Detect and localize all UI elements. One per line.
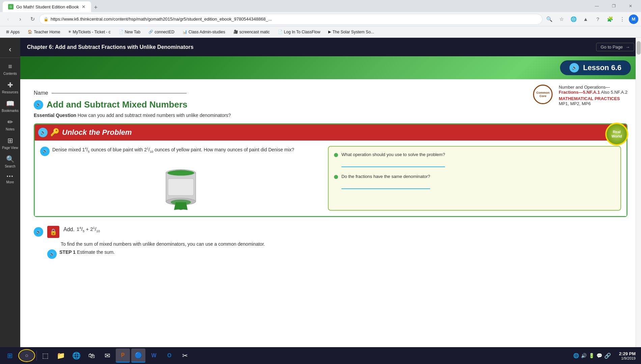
scrollbar[interactable] [636,38,641,347]
translate-icon[interactable]: 🌐 [568,14,579,25]
sidebar-more-label: More [6,180,14,184]
essential-q-label: Essential Question [34,113,76,118]
key-icon: 🔑 [50,128,59,137]
bookmark-classflow[interactable]: 📄 Log In To ClassFlow [276,29,323,35]
tab-close-button[interactable]: ✕ [82,4,86,9]
profile-button[interactable]: M [629,14,638,24]
clock[interactable]: 2:29 PM 1/9/2019 [616,351,638,360]
taskbar-store-button[interactable]: 🛍 [85,348,99,363]
bookmark-classadmin[interactable]: 📊 Class Admin-studies [180,29,227,35]
unlock-sound-button[interactable]: 🔊 [38,128,48,137]
bookmarks-bar: ⊞ Apps 🏠 Teacher Home ✳ MyTickets - Tick… [0,26,641,38]
sidebar-item-more[interactable]: ••• More [0,171,20,187]
taskbar-snip-button[interactable]: ✂ [178,348,192,363]
navigation-bar: ‹ › ↻ 🔒 https://www.k6.thinkcentral.com/… [0,12,641,26]
add-row: 🔊 🔒 Add. 14/5 + 21/10 [34,226,628,238]
math-practices-label: MATHEMATICAL PRACTICES [559,96,628,101]
notes-icon: ✏ [7,118,13,126]
step1-row: 🔊 STEP 1 Estimate the sum. [47,249,628,259]
edge-icon: 🌐 [72,352,81,360]
network-icon[interactable]: 🌐 [573,353,579,358]
to-find-text: To find the sum of mixed numbers with un… [61,241,628,247]
help-icon[interactable]: ? [592,14,603,25]
new-tab-button[interactable]: + [91,3,101,12]
sidebar-item-bookmarks[interactable]: 📖 Bookmarks [0,97,20,115]
answer-line-1 [341,160,445,167]
bookmark-solar[interactable]: ▶ The Solar System So... [326,29,376,35]
taskbar-mail-button[interactable]: ✉ [100,348,114,363]
taskbar-outlook-button[interactable]: O [162,348,176,363]
taskbar-edge-button[interactable]: 🌐 [69,348,83,363]
standards-box: Common Core Number and Operations— Fract… [533,85,628,106]
ebook-sidebar: ‹ ≡ Contents ✚ Resources 📖 Bookmarks ✏ N… [0,38,20,347]
sidebar-item-page-view[interactable]: ⊞ Page View [0,134,20,152]
bookmark-star-icon[interactable]: ☆ [556,14,567,25]
problem-sound-button[interactable]: 🔊 [40,147,50,156]
bookmark-solar-label: The Solar System So... [332,30,374,34]
contents-icon: ≡ [8,63,12,70]
question-item-1: What operation should you use to solve t… [334,152,615,167]
taskbar-chrome-button[interactable]: 🔵 [131,348,145,363]
bookmark-teacher-home[interactable]: 🏠 Teacher Home [26,29,62,35]
go-to-page-button[interactable]: Go to Page → [596,43,634,51]
unlock-header: 🔊 🔑 Unlock the Problem Real World [35,124,626,141]
question-2-text: Do the fractions have the same denominat… [341,174,430,179]
bookmark-classadmin-label: Class Admin-studies [189,30,225,34]
sidebar-item-resources[interactable]: ✚ Resources [0,78,20,97]
taskbar-powerpoint-button[interactable]: P [116,348,130,363]
sidebar-item-notes[interactable]: ✏ Notes [0,115,20,134]
address-bar[interactable]: 🔒 https://www.k6.thinkcentral.com/conten… [39,14,542,25]
taskbar-word-button[interactable]: W [147,348,161,363]
drive-icon[interactable]: ▲ [580,14,591,25]
bookmark-mytickets[interactable]: ✳ MyTickets - Ticket - c [66,29,112,35]
cortana-search-button[interactable]: ○ [18,349,35,362]
extensions-icon[interactable]: 🧩 [605,14,615,25]
search-icon[interactable]: 🔍 [544,14,555,25]
connected-icon: 🔗 [148,30,153,34]
more-options-icon[interactable]: ⋮ [617,14,628,25]
screencast-icon: 🎥 [233,30,238,34]
battery-icon[interactable]: 🔋 [589,353,594,358]
bookmark-connected[interactable]: 🔗 connectED [146,29,176,35]
refresh-button[interactable]: ↻ [27,14,38,25]
forward-button[interactable]: › [15,14,26,25]
back-button[interactable]: ‹ [3,14,13,25]
bookmark-apps[interactable]: ⊞ Apps [4,29,22,35]
title-sound-button[interactable]: 🔊 [34,100,43,110]
lesson-sound-button[interactable]: 🔊 [569,63,579,72]
sidebar-item-search[interactable]: 🔍 Search [0,152,20,171]
bookmark-screencast[interactable]: 🎥 screencast matic [231,29,272,35]
name-row: Name [34,90,526,96]
taskbar-task-view-button[interactable]: ⬚ [38,348,52,363]
real-world-badge: Real World [605,123,628,146]
bookmark-connected-label: connectED [155,30,174,34]
clock-time: 2:29 PM [619,351,636,356]
sidebar-item-contents[interactable]: ≡ Contents [0,60,20,78]
mail-icon: ✉ [105,352,110,360]
real-world-line1: Real [613,130,620,134]
title-bar: G Go Math! Student Edition eBook ✕ + — ❐… [0,0,641,12]
minimize-button[interactable]: — [589,1,605,11]
unlock-section: 🔊 🔑 Unlock the Problem Real World [34,123,628,217]
sidebar-back-button[interactable]: ‹ [0,41,20,58]
start-button[interactable]: ⊞ [3,348,17,363]
taskbar-divider-1 [36,351,37,361]
link-icon[interactable]: 🔗 [604,353,611,359]
real-world-circle: Real World [605,123,628,146]
paint-can-image [40,160,321,211]
go-to-page-label: Go to Page [601,44,623,50]
add-sound-button[interactable]: 🔊 [34,227,43,237]
notification-icon[interactable]: 💬 [596,353,602,358]
volume-icon[interactable]: 🔊 [581,353,587,358]
bookmark-newtab[interactable]: 📄 New Tab [117,29,142,35]
scroll-thumb[interactable] [637,41,641,55]
active-tab[interactable]: G Go Math! Student Edition eBook ✕ [3,1,91,12]
question-1-content: What operation should you use to solve t… [341,152,445,167]
close-button[interactable]: ✕ [623,1,638,11]
step1-sound-button[interactable]: 🔊 [47,249,57,259]
lesson-banner: 🔊 Lesson 6.6 [20,56,641,79]
store-icon: 🛍 [88,352,95,360]
add-text: Add. 14/5 + 21/10 [63,226,100,233]
maximize-button[interactable]: ❐ [606,1,621,11]
taskbar-file-explorer-button[interactable]: 📁 [54,348,68,363]
